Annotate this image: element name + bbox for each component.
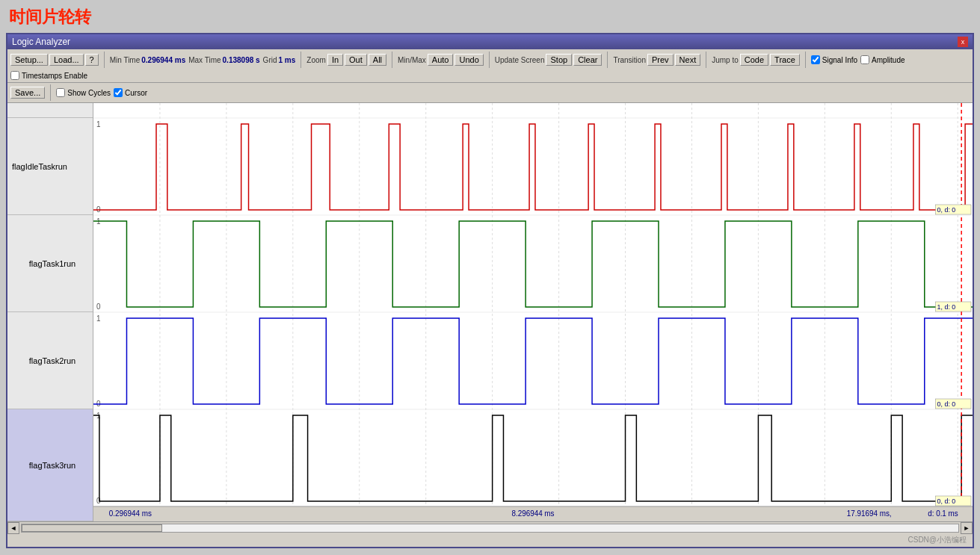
- show-cycles-label: Show Cycles: [67, 89, 111, 97]
- svg-text:0: 0: [96, 303, 101, 311]
- grid-value: 1 ms: [279, 56, 296, 64]
- auto-button[interactable]: Auto: [428, 54, 454, 66]
- zoom-in-button[interactable]: In: [327, 54, 343, 66]
- jumpto-label: Jump to: [712, 56, 739, 64]
- svg-text:1, d: 0: 1, d: 0: [937, 303, 956, 311]
- cursor-group: Cursor: [114, 88, 147, 97]
- toolbar-row2: Save... Show Cycles Cursor: [7, 83, 973, 103]
- stop-button[interactable]: Stop: [546, 54, 572, 66]
- sep3: [392, 52, 392, 68]
- signal-label-task2: flagTask2run: [7, 312, 93, 409]
- cursor-checkbox[interactable]: [114, 88, 123, 97]
- max-time-label: Max Time: [188, 56, 221, 64]
- timestamps-group: Timestamps Enable: [10, 71, 87, 80]
- minmax-group: Min/Max Auto Undo: [398, 54, 484, 66]
- toolbar-row1: Setup... Load... ? Min Time 0.296944 ms …: [7, 49, 973, 83]
- sep6: [706, 52, 706, 68]
- waveform-svg: 1 0 1 0 1 0 1 0: [93, 103, 973, 521]
- mintime-group: Min Time 0.296944 ms: [110, 56, 186, 64]
- zoom-out-button[interactable]: Out: [345, 54, 367, 66]
- svg-text:8.296944 ms: 8.296944 ms: [511, 509, 554, 518]
- maxtime-group: Max Time 0.138098 s: [188, 56, 259, 64]
- load-button[interactable]: Load...: [49, 54, 84, 66]
- timestamps-checkbox[interactable]: [10, 71, 19, 80]
- cursor-label: Cursor: [125, 89, 147, 97]
- sep2: [301, 52, 301, 68]
- scrollbar-thumb[interactable]: [22, 524, 162, 532]
- idle-label-text: flagIdleTaskrun: [12, 162, 67, 171]
- trace-button[interactable]: Trace: [770, 54, 800, 66]
- jumpto-group: Jump to Code Trace: [712, 54, 800, 66]
- update-label: Update Screen: [495, 56, 545, 64]
- amplitude-checkbox[interactable]: [860, 55, 869, 64]
- task1-label-text: flagTask1run: [29, 259, 75, 268]
- window-title: Logic Analyzer: [12, 37, 70, 47]
- timestamps-label: Timestamps Enable: [22, 72, 87, 80]
- watermark: CSDN@小浩编程: [7, 533, 973, 547]
- signal-label-idle: flagIdleTaskrun: [7, 118, 93, 215]
- sep5: [607, 52, 608, 68]
- grid-group: Grid 1 ms: [263, 56, 296, 64]
- amplitude-group: Amplitude: [860, 55, 905, 64]
- sep7: [805, 52, 806, 68]
- zoom-label: Zoom: [306, 56, 326, 64]
- signal-label-task3: flagTask3run: [7, 409, 93, 521]
- minmax-label: Min/Max: [398, 56, 426, 64]
- label-spacer: [7, 103, 93, 118]
- show-cycles-checkbox[interactable]: [56, 88, 65, 97]
- svg-text:0, d: 0: 0, d: 0: [937, 497, 956, 505]
- svg-text:1: 1: [96, 314, 101, 323]
- signal-info-label: Signal Info: [822, 56, 857, 64]
- task2-label-text: flagTask2run: [29, 356, 75, 365]
- save-button[interactable]: Save...: [10, 87, 45, 99]
- signal-labels: flagIdleTaskrun flagTask1run flagTask2ru…: [7, 103, 93, 521]
- scrollbar-area: ◄ ►: [7, 521, 973, 533]
- window-titlebar: Logic Analyzer x: [7, 34, 973, 49]
- scrollbar-track[interactable]: [21, 524, 959, 533]
- min-time-label: Min Time: [110, 56, 141, 64]
- max-time-value: 0.138098 s: [223, 56, 260, 64]
- svg-text:0, d: 0: 0, d: 0: [937, 206, 956, 214]
- next-button[interactable]: Next: [675, 54, 701, 66]
- signal-info-checkbox[interactable]: [811, 55, 820, 64]
- help-button[interactable]: ?: [85, 54, 99, 66]
- transition-label: Transition: [613, 56, 646, 64]
- task3-label-text: flagTask3run: [29, 461, 75, 470]
- svg-text:d: 0.1 ms: d: 0.1 ms: [928, 509, 958, 518]
- scroll-right-button[interactable]: ►: [961, 522, 973, 534]
- svg-text:1: 1: [96, 120, 101, 128]
- setup-load-group: Setup... Load... ?: [10, 54, 99, 66]
- signal-info-group: Signal Info: [811, 55, 857, 64]
- zoom-all-button[interactable]: All: [369, 54, 386, 66]
- grid-label: Grid: [263, 56, 277, 64]
- setup-button[interactable]: Setup...: [10, 54, 48, 66]
- main-content: flagIdleTaskrun flagTask1run flagTask2ru…: [7, 103, 973, 521]
- clear-button[interactable]: Clear: [573, 54, 602, 66]
- sep4: [489, 52, 490, 68]
- sep1: [104, 52, 105, 68]
- signal-label-task1: flagTask1run: [7, 215, 93, 312]
- page-title: 时间片轮转: [0, 0, 980, 33]
- prev-button[interactable]: Prev: [647, 54, 674, 66]
- code-button[interactable]: Code: [740, 54, 768, 66]
- logic-analyzer-window: Logic Analyzer x Setup... Load... ? Min …: [6, 33, 974, 548]
- scroll-left-button[interactable]: ◄: [7, 522, 19, 534]
- transition-group: Transition Prev Next: [613, 54, 700, 66]
- svg-text:0.296944 ms: 0.296944 ms: [109, 509, 152, 518]
- svg-text:0, d: 0: 0, d: 0: [937, 400, 956, 408]
- amplitude-label: Amplitude: [872, 56, 905, 64]
- close-button[interactable]: x: [958, 37, 968, 47]
- sep8: [50, 84, 51, 101]
- min-time-value: 0.296944 ms: [141, 56, 185, 64]
- svg-text:17.91694 ms,: 17.91694 ms,: [847, 509, 892, 518]
- zoom-group: Zoom In Out All: [306, 54, 386, 66]
- undo-button[interactable]: Undo: [454, 54, 483, 66]
- update-group: Update Screen Stop Clear: [495, 54, 603, 66]
- show-cycles-group: Show Cycles: [56, 88, 111, 97]
- waveform-area[interactable]: 1 0 1 0 1 0 1 0: [93, 103, 973, 521]
